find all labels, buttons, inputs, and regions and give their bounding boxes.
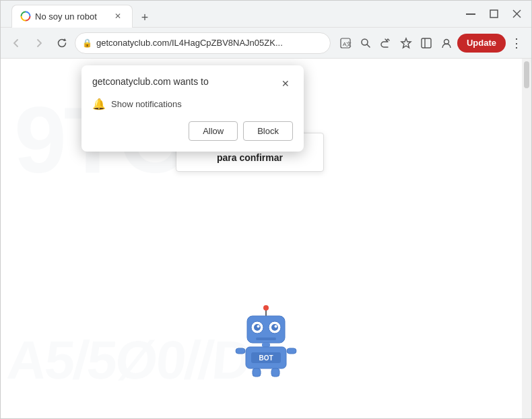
allow-button[interactable]: Allow [189, 121, 238, 141]
svg-rect-23 [256, 337, 276, 340]
address-text: getconatyclub.com/IL4HagCpZBV8NAJn05ZK..… [96, 38, 323, 48]
svg-rect-31 [271, 368, 279, 377]
svg-rect-2 [490, 10, 498, 18]
address-bar: 🔒 getconatyclub.com/IL4HagCpZBV8NAJn05ZK… [1, 28, 531, 59]
scrollbar-thumb[interactable] [524, 61, 529, 88]
svg-rect-28 [236, 348, 245, 354]
browser-window: No soy un robot ✕ + 🔒 [0, 0, 532, 419]
new-tab-button[interactable]: + [135, 9, 154, 28]
bot-container: BOT [232, 304, 300, 378]
toolbar-icons: A文 Update ⋮ [336, 34, 526, 53]
svg-text:A文: A文 [343, 41, 352, 47]
back-button[interactable] [6, 33, 26, 53]
bell-icon: 🔔 [92, 98, 106, 110]
address-box[interactable]: 🔒 getconatyclub.com/IL4HagCpZBV8NAJn05ZK… [75, 32, 331, 54]
svg-point-22 [275, 325, 277, 328]
translate-icon[interactable]: A文 [336, 34, 355, 53]
svg-rect-24 [262, 343, 270, 347]
active-tab[interactable]: No soy un robot ✕ [11, 5, 133, 28]
sidebar-icon[interactable] [417, 34, 436, 53]
menu-button[interactable]: ⋮ [507, 34, 526, 53]
minimize-button[interactable] [461, 5, 480, 24]
scrollbar[interactable] [522, 59, 531, 418]
lock-icon: 🔒 [82, 38, 92, 48]
window-controls-right [461, 5, 526, 24]
svg-line-9 [367, 44, 370, 47]
svg-rect-29 [287, 348, 296, 354]
svg-point-19 [254, 324, 261, 331]
notification-popup: getconatyclub.com wants to ✕ 🔔 Show noti… [81, 65, 304, 152]
svg-rect-30 [253, 368, 261, 377]
watermark-code: A5/5Ø0//D [5, 329, 253, 391]
tab-bar: No soy un robot ✕ + [11, 1, 456, 28]
popup-header: getconatyclub.com wants to ✕ [92, 76, 293, 91]
svg-point-21 [257, 325, 260, 328]
bookmark-icon[interactable] [397, 34, 415, 53]
forward-button[interactable] [29, 33, 49, 53]
bot-illustration: BOT [232, 304, 300, 378]
tab-title: No soy un robot [35, 11, 108, 22]
popup-title: getconatyclub.com wants to [92, 76, 209, 87]
close-button[interactable] [507, 5, 526, 24]
update-button[interactable]: Update [457, 34, 506, 53]
reload-button[interactable] [52, 33, 72, 53]
profile-icon[interactable] [437, 34, 456, 53]
search-icon[interactable] [356, 34, 375, 53]
popup-buttons: Allow Block [92, 121, 293, 141]
svg-point-20 [271, 324, 278, 331]
svg-text:BOT: BOT [259, 354, 273, 362]
tab-favicon [20, 11, 31, 22]
notification-row-text: Show notifications [111, 99, 182, 109]
svg-rect-11 [422, 38, 431, 48]
title-bar: No soy un robot ✕ + [1, 1, 531, 28]
svg-rect-1 [466, 13, 475, 15]
share-icon[interactable] [376, 34, 395, 53]
maximize-button[interactable] [484, 5, 503, 24]
tab-close-button[interactable]: ✕ [112, 10, 124, 22]
svg-point-15 [263, 305, 269, 311]
popup-close-button[interactable]: ✕ [278, 76, 293, 91]
block-button[interactable]: Block [243, 121, 293, 141]
svg-marker-10 [401, 38, 411, 48]
page-content: 9TC A5/5Ø0//D getconatyclub.com wants to… [1, 59, 531, 418]
popup-notification-row: 🔔 Show notifications [92, 98, 293, 110]
